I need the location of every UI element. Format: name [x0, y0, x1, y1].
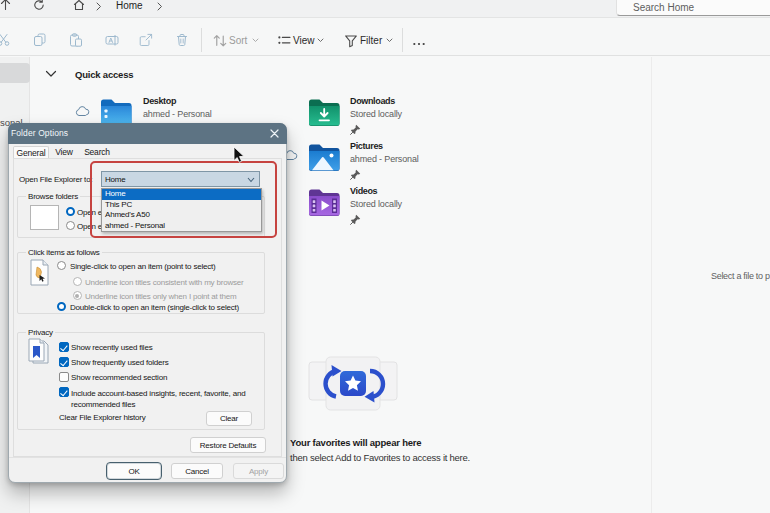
checkbox-label[interactable]: Include account-based insights, recent, …	[71, 388, 253, 410]
dialog-footer-separator	[9, 457, 286, 458]
item-title[interactable]: Downloads	[350, 96, 395, 106]
clear-history-label: Clear File Explorer history	[59, 413, 146, 422]
privacy-label: Privacy	[26, 328, 55, 337]
favorites-empty-title: Your favorites will appear here	[290, 437, 421, 448]
browse-folders-label: Browse folders	[26, 192, 80, 201]
folder-pictures-icon[interactable]	[308, 143, 341, 173]
sidebar-selected-item[interactable]	[0, 63, 30, 83]
item-subtitle: ahmed - Personal	[350, 154, 419, 164]
pin-icon	[350, 124, 361, 135]
restore-defaults-button[interactable]: Restore Defaults	[190, 437, 266, 453]
view-icon[interactable]	[277, 34, 291, 48]
folder-videos-icon[interactable]	[308, 188, 341, 218]
item-title[interactable]: Videos	[350, 186, 377, 196]
open-to-label: Open File Explorer to:	[19, 175, 92, 184]
sort-icon[interactable]	[213, 34, 227, 48]
up-arrow-icon[interactable]	[0, 0, 12, 11]
checkbox-label[interactable]: Show recently used files	[71, 343, 152, 352]
checkbox-label[interactable]: Show frequently used folders	[71, 358, 169, 367]
annotation-highlight-box	[90, 161, 277, 238]
radio-label[interactable]: Double-click to open an item (single-cli…	[70, 303, 239, 312]
dialog-title: Folder Options	[11, 128, 68, 138]
checkbox-frequently-used[interactable]	[59, 357, 69, 367]
dialog-titlebar[interactable]: Folder Options	[8, 123, 287, 144]
checkbox-label[interactable]: Show recommended section	[71, 373, 167, 382]
chevron-down-icon	[386, 38, 393, 43]
rename-icon[interactable]	[105, 33, 119, 47]
checkbox-recently-used[interactable]	[59, 342, 69, 352]
refresh-icon[interactable]	[33, 0, 45, 11]
checkbox-recommended[interactable]	[59, 372, 69, 382]
item-title[interactable]: Desktop	[143, 96, 176, 106]
radio-underline-point[interactable]	[73, 291, 82, 300]
radio-single-click[interactable]	[57, 261, 66, 270]
item-subtitle: ahmed - Personal	[143, 109, 212, 119]
home-icon[interactable]	[73, 0, 85, 11]
search-input[interactable]: Search Home	[616, 0, 770, 16]
folder-downloads-icon[interactable]	[308, 98, 341, 128]
click-items-label: Click items as follows	[26, 248, 102, 257]
preview-pane-message: Select a file to p	[711, 271, 770, 281]
favorites-empty-subtitle: then select Add to Favorites to access i…	[290, 452, 470, 463]
sort-button[interactable]: Sort	[229, 35, 247, 46]
pin-icon	[350, 169, 361, 180]
ok-button[interactable]: OK	[107, 463, 161, 479]
pin-icon	[350, 214, 361, 225]
close-icon[interactable]	[269, 128, 280, 139]
radio-double-click[interactable]	[57, 302, 66, 311]
view-button[interactable]: View	[293, 35, 315, 46]
item-subtitle: Stored locally	[350, 109, 402, 119]
click-items-icon	[30, 259, 50, 287]
toolbar-separator	[201, 28, 202, 52]
radio-label[interactable]: Single-click to open an item (point to s…	[70, 262, 216, 271]
chevron-right-icon	[156, 2, 163, 11]
copy-icon[interactable]	[33, 33, 47, 47]
clear-button[interactable]: Clear	[206, 411, 252, 426]
radio-open-own-window[interactable]	[66, 221, 75, 230]
mouse-cursor	[232, 146, 246, 164]
item-title[interactable]: Pictures	[350, 141, 383, 151]
breadcrumb-home[interactable]: Home	[116, 0, 143, 11]
chevron-down-icon	[317, 38, 324, 43]
toolbar-separator	[402, 28, 403, 52]
search-placeholder: Search Home	[633, 2, 694, 13]
paste-icon[interactable]	[69, 33, 83, 47]
cut-icon[interactable]	[0, 33, 11, 47]
filter-button[interactable]: Filter	[360, 35, 382, 46]
chevron-down-icon[interactable]	[45, 70, 57, 78]
delete-icon[interactable]	[175, 33, 189, 47]
radio-underline-consistent[interactable]	[73, 277, 82, 286]
filter-icon[interactable]	[344, 34, 358, 48]
radio-label[interactable]: Underline icon titles only when I point …	[85, 292, 237, 301]
file-explorer-window: Home Search Home Sort	[0, 0, 770, 513]
radio-open-same-window[interactable]	[66, 207, 75, 216]
apply-button[interactable]: Apply	[233, 463, 284, 479]
radio-label[interactable]: Underline icon titles consistent with my…	[85, 278, 243, 287]
cloud-status-icon	[75, 106, 90, 117]
preview-pane-divider	[651, 57, 652, 513]
checkbox-account-insights[interactable]	[59, 387, 69, 397]
share-icon[interactable]	[139, 33, 153, 47]
more-icon[interactable]	[412, 37, 426, 51]
chevron-down-icon	[252, 38, 259, 43]
item-subtitle: Stored locally	[350, 199, 402, 209]
favorites-empty-illustration	[302, 352, 402, 414]
browse-folders-image	[30, 205, 59, 230]
chevron-right-icon	[95, 2, 102, 11]
quick-access-header[interactable]: Quick access	[75, 69, 133, 80]
cancel-button[interactable]: Cancel	[171, 463, 223, 479]
privacy-icon	[27, 338, 52, 366]
